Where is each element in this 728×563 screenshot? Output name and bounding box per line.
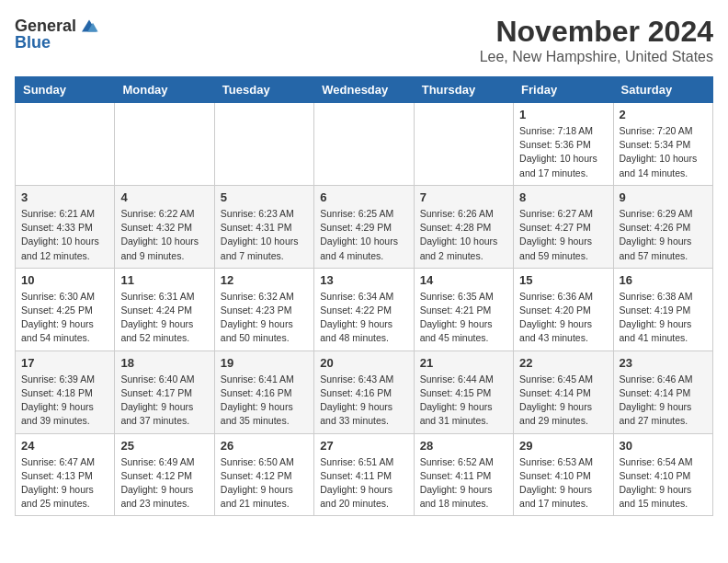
- day-number: 30: [620, 439, 707, 453]
- calendar-week-row: 3Sunrise: 6:21 AM Sunset: 4:33 PM Daylig…: [16, 185, 713, 268]
- calendar-day-cell: 30Sunrise: 6:54 AM Sunset: 4:10 PM Dayli…: [613, 433, 712, 516]
- day-number: 18: [120, 356, 208, 370]
- day-number: 29: [519, 439, 607, 453]
- weekday-header: Sunday: [16, 77, 115, 103]
- month-title: November 2024: [480, 15, 713, 49]
- calendar-day-cell: 5Sunrise: 6:23 AM Sunset: 4:31 PM Daylig…: [214, 185, 313, 268]
- calendar-day-cell: 19Sunrise: 6:41 AM Sunset: 4:16 PM Dayli…: [214, 350, 313, 433]
- calendar-day-cell: 9Sunrise: 6:29 AM Sunset: 4:26 PM Daylig…: [613, 185, 712, 268]
- calendar-day-cell: 18Sunrise: 6:40 AM Sunset: 4:17 PM Dayli…: [115, 350, 214, 433]
- day-number: 13: [320, 273, 407, 287]
- day-detail: Sunrise: 6:27 AM Sunset: 4:27 PM Dayligh…: [519, 207, 607, 263]
- day-number: 2: [620, 108, 707, 121]
- day-number: 25: [120, 439, 208, 453]
- calendar-day-cell: 27Sunrise: 6:51 AM Sunset: 4:11 PM Dayli…: [314, 433, 414, 516]
- day-number: 1: [519, 108, 607, 121]
- day-detail: Sunrise: 6:35 AM Sunset: 4:21 PM Dayligh…: [420, 290, 507, 346]
- calendar-day-cell: 8Sunrise: 6:27 AM Sunset: 4:27 PM Daylig…: [514, 185, 613, 268]
- day-number: 21: [420, 356, 507, 370]
- calendar-day-cell: 1Sunrise: 7:18 AM Sunset: 5:36 PM Daylig…: [514, 103, 613, 186]
- calendar-day-cell: 21Sunrise: 6:44 AM Sunset: 4:15 PM Dayli…: [414, 350, 513, 433]
- calendar-day-cell: [214, 103, 313, 186]
- day-detail: Sunrise: 6:43 AM Sunset: 4:16 PM Dayligh…: [320, 373, 407, 429]
- day-detail: Sunrise: 6:53 AM Sunset: 4:10 PM Dayligh…: [519, 455, 607, 511]
- calendar-day-cell: 16Sunrise: 6:38 AM Sunset: 4:19 PM Dayli…: [613, 268, 712, 350]
- calendar-day-cell: 6Sunrise: 6:25 AM Sunset: 4:29 PM Daylig…: [314, 185, 414, 268]
- calendar-table: SundayMondayTuesdayWednesdayThursdayFrid…: [15, 76, 713, 516]
- calendar-day-cell: 13Sunrise: 6:34 AM Sunset: 4:22 PM Dayli…: [314, 268, 414, 350]
- calendar-day-cell: 3Sunrise: 6:21 AM Sunset: 4:33 PM Daylig…: [16, 185, 115, 268]
- day-detail: Sunrise: 6:29 AM Sunset: 4:26 PM Dayligh…: [620, 207, 707, 263]
- calendar-day-cell: 23Sunrise: 6:46 AM Sunset: 4:14 PM Dayli…: [613, 350, 712, 433]
- calendar-day-cell: 25Sunrise: 6:49 AM Sunset: 4:12 PM Dayli…: [115, 433, 214, 516]
- day-number: 17: [21, 356, 108, 370]
- day-number: 12: [221, 273, 308, 287]
- day-detail: Sunrise: 6:32 AM Sunset: 4:23 PM Dayligh…: [221, 290, 308, 346]
- calendar-day-cell: 26Sunrise: 6:50 AM Sunset: 4:12 PM Dayli…: [214, 433, 313, 516]
- title-section: November 2024 Lee, New Hampshire, United…: [480, 15, 713, 65]
- calendar-week-row: 24Sunrise: 6:47 AM Sunset: 4:13 PM Dayli…: [16, 433, 713, 516]
- calendar-day-cell: 29Sunrise: 6:53 AM Sunset: 4:10 PM Dayli…: [514, 433, 613, 516]
- day-number: 28: [420, 439, 507, 453]
- calendar-day-cell: [414, 103, 513, 186]
- day-detail: Sunrise: 6:40 AM Sunset: 4:17 PM Dayligh…: [120, 373, 208, 429]
- weekday-header: Thursday: [414, 77, 513, 103]
- weekday-header: Monday: [115, 77, 214, 103]
- day-detail: Sunrise: 6:41 AM Sunset: 4:16 PM Dayligh…: [221, 373, 308, 429]
- day-detail: Sunrise: 6:50 AM Sunset: 4:12 PM Dayligh…: [221, 455, 308, 511]
- day-detail: Sunrise: 6:31 AM Sunset: 4:24 PM Dayligh…: [120, 290, 208, 346]
- calendar-week-row: 17Sunrise: 6:39 AM Sunset: 4:18 PM Dayli…: [16, 350, 713, 433]
- day-number: 15: [519, 273, 607, 287]
- day-detail: Sunrise: 6:36 AM Sunset: 4:20 PM Dayligh…: [519, 290, 607, 346]
- calendar-day-cell: 7Sunrise: 6:26 AM Sunset: 4:28 PM Daylig…: [414, 185, 513, 268]
- day-detail: Sunrise: 6:46 AM Sunset: 4:14 PM Dayligh…: [620, 373, 707, 429]
- day-number: 19: [221, 356, 308, 370]
- calendar-day-cell: [314, 103, 414, 186]
- calendar-week-row: 10Sunrise: 6:30 AM Sunset: 4:25 PM Dayli…: [16, 268, 713, 350]
- day-number: 26: [221, 439, 308, 453]
- day-detail: Sunrise: 6:39 AM Sunset: 4:18 PM Dayligh…: [21, 373, 108, 429]
- day-detail: Sunrise: 6:22 AM Sunset: 4:32 PM Dayligh…: [120, 207, 208, 263]
- calendar-day-cell: 14Sunrise: 6:35 AM Sunset: 4:21 PM Dayli…: [414, 268, 513, 350]
- calendar-day-cell: 4Sunrise: 6:22 AM Sunset: 4:32 PM Daylig…: [115, 185, 214, 268]
- day-detail: Sunrise: 6:26 AM Sunset: 4:28 PM Dayligh…: [420, 207, 507, 263]
- location-title: Lee, New Hampshire, United States: [480, 49, 713, 65]
- day-number: 8: [519, 190, 607, 204]
- day-number: 3: [21, 190, 108, 204]
- day-detail: Sunrise: 6:49 AM Sunset: 4:12 PM Dayligh…: [120, 455, 208, 511]
- calendar-header-row: SundayMondayTuesdayWednesdayThursdayFrid…: [16, 77, 713, 103]
- day-number: 23: [620, 356, 707, 370]
- day-number: 14: [420, 273, 507, 287]
- day-number: 7: [420, 190, 507, 204]
- weekday-header: Wednesday: [314, 77, 414, 103]
- weekday-header: Saturday: [613, 77, 712, 103]
- calendar-day-cell: 24Sunrise: 6:47 AM Sunset: 4:13 PM Dayli…: [16, 433, 115, 516]
- day-number: 6: [320, 190, 407, 204]
- day-number: 24: [21, 439, 108, 453]
- day-detail: Sunrise: 6:45 AM Sunset: 4:14 PM Dayligh…: [519, 373, 607, 429]
- day-detail: Sunrise: 6:25 AM Sunset: 4:29 PM Dayligh…: [320, 207, 407, 263]
- page-header: General Blue November 2024 Lee, New Hamp…: [15, 15, 713, 65]
- day-detail: Sunrise: 6:30 AM Sunset: 4:25 PM Dayligh…: [21, 290, 108, 346]
- day-detail: Sunrise: 6:54 AM Sunset: 4:10 PM Dayligh…: [620, 455, 707, 511]
- calendar-day-cell: 22Sunrise: 6:45 AM Sunset: 4:14 PM Dayli…: [514, 350, 613, 433]
- logo: General Blue: [15, 15, 100, 52]
- calendar-day-cell: [115, 103, 214, 186]
- day-number: 16: [620, 273, 707, 287]
- day-detail: Sunrise: 6:52 AM Sunset: 4:11 PM Dayligh…: [420, 455, 507, 511]
- day-number: 22: [519, 356, 607, 370]
- day-detail: Sunrise: 6:23 AM Sunset: 4:31 PM Dayligh…: [221, 207, 308, 263]
- day-number: 4: [120, 190, 208, 204]
- day-number: 27: [320, 439, 407, 453]
- day-number: 10: [21, 273, 108, 287]
- day-number: 9: [620, 190, 707, 204]
- day-detail: Sunrise: 7:20 AM Sunset: 5:34 PM Dayligh…: [620, 124, 707, 180]
- calendar-day-cell: 17Sunrise: 6:39 AM Sunset: 4:18 PM Dayli…: [16, 350, 115, 433]
- day-number: 11: [120, 273, 208, 287]
- logo-blue-text: Blue: [15, 33, 51, 52]
- day-detail: Sunrise: 6:38 AM Sunset: 4:19 PM Dayligh…: [620, 290, 707, 346]
- logo-icon: [78, 15, 100, 37]
- day-detail: Sunrise: 6:51 AM Sunset: 4:11 PM Dayligh…: [320, 455, 407, 511]
- calendar-week-row: 1Sunrise: 7:18 AM Sunset: 5:36 PM Daylig…: [16, 103, 713, 186]
- calendar-day-cell: 12Sunrise: 6:32 AM Sunset: 4:23 PM Dayli…: [214, 268, 313, 350]
